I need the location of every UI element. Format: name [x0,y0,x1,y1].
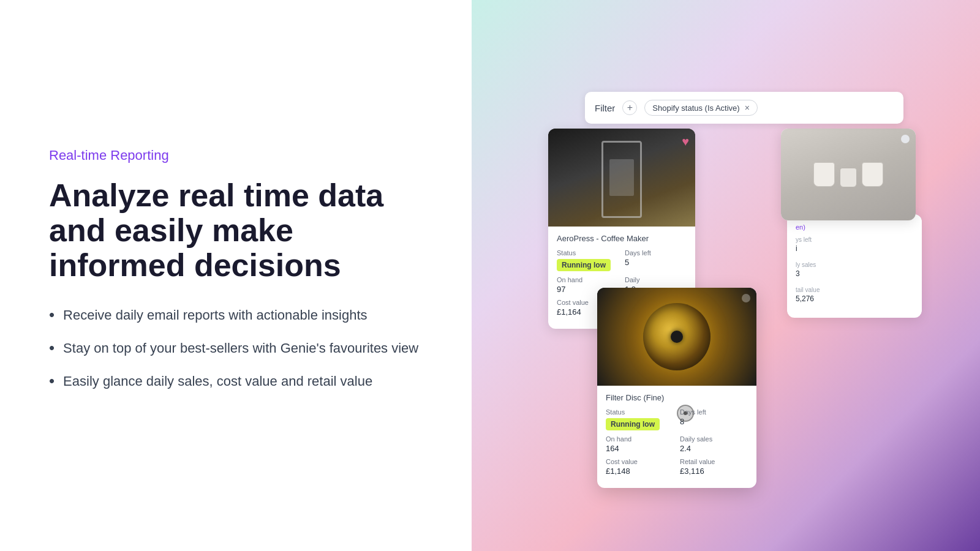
right-panel: Filter + Shopify status (Is Active) × ♥ … [472,0,980,551]
cup-small-decoration [840,168,857,187]
main-heading: Analyze real time data and easily make i… [49,178,423,283]
filter-disc-on-hand-label: On hand [606,435,674,443]
cup2-decoration [862,162,883,187]
cursor [677,405,694,422]
left-panel: Real-time Reporting Analyze real time da… [0,0,472,551]
list-item: Stay on top of your best-sellers with Ge… [49,338,423,359]
ceramic-photo [781,129,916,220]
filter-disc-cost-row: Cost value £1,148 Retail value £3,116 [606,458,748,476]
left-content: Real-time Reporting Analyze real time da… [49,148,423,404]
filter-disc-daily-label: Daily sales [680,435,748,443]
on-hand-label: On hand [557,276,619,283]
filter-disc-status-badge: Running low [606,418,660,430]
partial-days-block: ys left i [796,236,812,259]
filter-disc-status-label: Status [606,408,674,416]
filter-disc-cost-block: Cost value £1,148 [606,458,674,476]
filter-tag[interactable]: Shopify status (Is Active) × [644,100,758,116]
status-badge: Running low [557,259,611,271]
filter-disc-cost-label: Cost value [606,458,674,465]
partial-text-green: en) [796,223,805,231]
filter-disc-image [597,288,756,386]
graffiti-decoration: ♥ [682,135,689,149]
status-label: Status [557,249,619,257]
filter-disc-retail-value: £3,116 [680,467,748,476]
aeropress-status-row: Status Running low Days left 5 [557,249,687,271]
filter-disc-daily-value: 2.4 [680,444,748,453]
aeropress-days-block: Days left 5 [625,249,687,271]
aeropress-status-block: Status Running low [557,249,619,271]
partial-product-name: en) [796,223,913,231]
daily-label: Daily [625,276,687,283]
filter-label: Filter [595,103,615,113]
ceramic-image [781,129,916,220]
partial-sales-value: 3 [796,269,816,278]
disc-decoration [643,303,710,370]
partial-days-label: ys left [796,236,812,243]
partial-retail-value: 5,276 [796,294,820,303]
days-left-label: Days left [625,249,687,257]
card-filter-disc: Filter Disc (Fine) Status Running low Da… [597,288,756,488]
partial-retail-label: tail value [796,287,820,293]
filter-tag-close[interactable]: × [745,103,750,113]
section-label: Real-time Reporting [49,148,423,163]
partial-retail-row: tail value 5,276 [796,287,913,309]
cards-area: Filter + Shopify status (Is Active) × ♥ … [548,92,903,459]
card-dot-icon [901,135,910,143]
cursor-dot [684,411,687,415]
aeropress-product-name: AeroPress - Coffee Maker [557,234,687,243]
partial-sales-label: ly sales [796,261,816,268]
partial-sales-block: ly sales 3 [796,261,816,284]
list-item: Receive daily email reports with actiona… [49,305,423,326]
aeropress-image: ♥ [548,129,695,227]
filter-disc-cost-value: £1,148 [606,467,674,476]
filter-tag-label: Shopify status (Is Active) [652,103,739,113]
filter-bar: Filter + Shopify status (Is Active) × [585,92,903,124]
aeropress-photo: ♥ [548,129,695,227]
filter-disc-on-hand-row: On hand 164 Daily sales 2.4 [606,435,748,453]
filter-disc-retail-block: Retail value £3,116 [680,458,748,476]
filter-disc-on-hand-block: On hand 164 [606,435,674,453]
filter-disc-product-name: Filter Disc (Fine) [606,393,748,402]
filter-disc-status-block: Status Running low [606,408,674,430]
filter-disc-daily-block: Daily sales 2.4 [680,435,748,453]
card-back-partial: en) ys left i ly sales 3 tail value 5,27… [787,214,922,318]
cursor-circle [677,405,694,422]
filter-card-dot-icon [742,294,750,302]
partial-days-value: i [796,244,812,253]
list-item: Easily glance daily sales, cost value an… [49,371,423,392]
bullet-list: Receive daily email reports with actiona… [49,305,423,391]
filter-disc-card-body: Filter Disc (Fine) Status Running low Da… [597,386,756,488]
filter-disc-photo [597,288,756,386]
filter-disc-on-hand-value: 164 [606,444,674,453]
partial-sales-row: ly sales 3 [796,261,913,284]
card-ceramic [781,129,916,220]
cup-decoration [813,162,835,187]
filter-plus-button[interactable]: + [622,100,637,115]
filter-disc-retail-label: Retail value [680,458,748,465]
days-left-value: 5 [625,258,687,267]
partial-days-row: ys left i [796,236,913,259]
partial-retail-block: tail value 5,276 [796,287,820,309]
